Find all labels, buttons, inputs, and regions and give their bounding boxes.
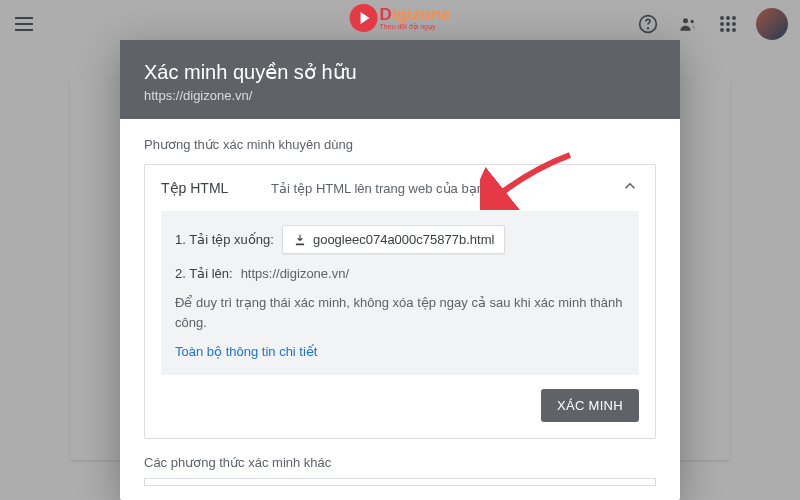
method-name: Tệp HTML [161, 180, 251, 196]
logo: Digizone Theo dõi đội ngụy [350, 4, 451, 32]
chevron-up-icon [621, 177, 639, 199]
dialog-title: Xác minh quyền sở hữu [144, 60, 656, 84]
note-text: Để duy trì trạng thái xác minh, không xó… [175, 293, 625, 332]
verify-dialog: Xác minh quyền sở hữu https://digizone.v… [120, 40, 680, 500]
other-method-card[interactable] [144, 478, 656, 486]
modal-overlay: Xác minh quyền sở hữu https://digizone.v… [0, 0, 800, 500]
download-filename: googleec074a000c75877b.html [313, 232, 494, 247]
method-card: Tệp HTML Tải tệp HTML lên trang web của … [144, 164, 656, 439]
step-2-url: https://digizone.vn/ [241, 266, 349, 281]
verify-button[interactable]: XÁC MINH [541, 389, 639, 422]
download-button[interactable]: googleec074a000c75877b.html [282, 225, 505, 254]
download-icon [293, 233, 307, 247]
dialog-header: Xác minh quyền sở hữu https://digizone.v… [120, 40, 680, 119]
method-header[interactable]: Tệp HTML Tải tệp HTML lên trang web của … [145, 165, 655, 211]
recommended-label: Phương thức xác minh khuyên dùng [144, 137, 656, 152]
step-2: 2. Tải lên: https://digizone.vn/ [175, 266, 625, 281]
logo-play-icon [350, 4, 378, 32]
method-content: 1. Tải tệp xuống: googleec074a000c75877b… [161, 211, 639, 375]
dialog-subtitle: https://digizone.vn/ [144, 88, 656, 103]
step-1: 1. Tải tệp xuống: googleec074a000c75877b… [175, 225, 625, 254]
method-desc: Tải tệp HTML lên trang web của bạn [251, 181, 621, 196]
detail-link[interactable]: Toàn bộ thông tin chi tiết [175, 344, 625, 359]
other-methods-label: Các phương thức xác minh khác [144, 455, 656, 470]
